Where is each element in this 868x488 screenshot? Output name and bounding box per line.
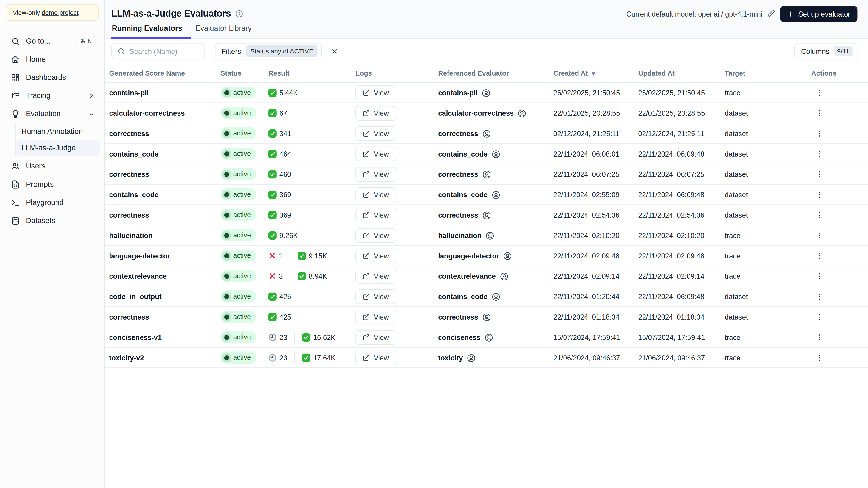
row-actions-menu-button[interactable]: [812, 249, 827, 262]
row-actions-menu-button[interactable]: [812, 351, 827, 364]
sidebar-item-human-annotation[interactable]: Human Annotation: [16, 124, 100, 139]
sidebar-item-tracing[interactable]: Tracing: [4, 87, 100, 105]
filters-button[interactable]: Filters Status any of ACTIVE: [215, 43, 322, 60]
table-row[interactable]: correctnessactive460Viewcorrectness22/11…: [105, 164, 868, 185]
status-dot-icon: [224, 131, 229, 136]
sidebar-item-llm-as-a-judge[interactable]: LLM-as-a-Judge: [16, 140, 100, 156]
view-logs-button[interactable]: View: [355, 146, 396, 161]
search-input[interactable]: [129, 47, 199, 55]
columns-button[interactable]: Columns 9/11: [794, 43, 858, 60]
table-row[interactable]: correctnessactive369Viewcorrectness22/11…: [105, 205, 868, 225]
row-actions-menu-button[interactable]: [812, 310, 827, 323]
demo-project-link[interactable]: demo project: [42, 9, 79, 16]
sidebar-item-home[interactable]: Home: [4, 50, 100, 68]
row-actions-menu-button[interactable]: [812, 188, 827, 201]
search-box: [112, 43, 205, 60]
table-row[interactable]: toxicity-v2active2317.64KViewtoxicity21/…: [105, 348, 868, 368]
table-row[interactable]: contextrelevanceactive38.94KViewcontextr…: [105, 266, 868, 287]
row-actions-menu-button[interactable]: [812, 229, 827, 241]
view-logs-button[interactable]: View: [355, 248, 396, 263]
table-row[interactable]: code_in_outputactive425Viewcontains_code…: [105, 287, 868, 307]
logs-cell: View: [351, 167, 434, 182]
referenced-evaluator[interactable]: correctness: [438, 170, 491, 178]
referenced-evaluator[interactable]: contains_code: [438, 150, 500, 158]
view-logs-button[interactable]: View: [355, 330, 396, 345]
table-row[interactable]: hallucinationactive9.26KViewhallucinatio…: [105, 225, 868, 246]
row-actions-menu-button[interactable]: [812, 290, 827, 303]
table-row[interactable]: contains-piiactive5.44KViewcontains-pii2…: [105, 83, 868, 103]
status-badge: active: [220, 107, 256, 119]
table-row[interactable]: language-detectoractive19.15KViewlanguag…: [105, 246, 868, 266]
referenced-evaluator[interactable]: calculator-correctness: [438, 109, 527, 118]
sidebar-item-playground[interactable]: Playground: [4, 193, 100, 212]
sidebar-item-users[interactable]: Users: [4, 157, 100, 175]
row-actions-menu-button[interactable]: [812, 106, 827, 119]
tab-running-evaluators[interactable]: Running Evaluators: [112, 23, 191, 39]
datasets-icon: [11, 216, 20, 225]
chevron-down-icon: [88, 110, 95, 118]
sidebar-item-dashboards[interactable]: Dashboards: [4, 68, 100, 87]
sidebar-item-evaluation[interactable]: Evaluation: [4, 105, 100, 123]
view-logs-button[interactable]: View: [355, 268, 396, 284]
success-check-icon: [298, 252, 306, 260]
referenced-evaluator-name: correctness: [438, 129, 478, 138]
sidebar-item-prompts[interactable]: Prompts: [4, 175, 100, 193]
table-row[interactable]: conciseness-v1active2316.62KViewconcisen…: [105, 327, 868, 348]
referenced-evaluator[interactable]: contains-pii: [438, 88, 491, 97]
referenced-evaluator[interactable]: correctness: [438, 129, 491, 138]
row-actions-menu-button[interactable]: [812, 168, 827, 181]
referenced-evaluator[interactable]: conciseness: [438, 333, 493, 342]
referenced-evaluator[interactable]: language-detector: [438, 252, 512, 260]
view-logs-button[interactable]: View: [355, 187, 396, 202]
referenced-evaluator[interactable]: toxicity: [438, 354, 475, 362]
view-logs-button[interactable]: View: [355, 106, 396, 121]
table-row[interactable]: correctnessactive425Viewcorrectness22/11…: [105, 307, 868, 327]
referenced-evaluator[interactable]: contains_code: [438, 292, 500, 301]
view-logs-button[interactable]: View: [355, 350, 396, 365]
result-success: 464: [269, 150, 291, 158]
target: dataset: [720, 129, 807, 137]
referenced-evaluator-name: language-detector: [438, 252, 499, 260]
view-logs-button[interactable]: View: [355, 289, 396, 304]
row-actions-menu-button[interactable]: [812, 331, 827, 344]
sidebar-item-go-to[interactable]: Go to...⌘ K: [4, 32, 100, 50]
referenced-evaluator[interactable]: hallucination: [438, 231, 494, 240]
status-dot-icon: [224, 212, 229, 217]
view-logs-label: View: [374, 252, 389, 260]
score-name: contains_code: [105, 150, 216, 158]
table-row[interactable]: contains_codeactive464Viewcontains_code2…: [105, 144, 868, 164]
clear-filters-button[interactable]: [329, 45, 341, 57]
referenced-evaluator[interactable]: correctness: [438, 211, 491, 220]
status-cell: active: [216, 311, 264, 323]
status-dot-icon: [224, 355, 229, 360]
tab-evaluator-library[interactable]: Evaluator Library: [195, 23, 260, 38]
referenced-evaluator[interactable]: correctness: [438, 313, 491, 321]
row-actions-menu-button[interactable]: [812, 208, 827, 221]
referenced-evaluator[interactable]: contextrelevance: [438, 272, 508, 281]
row-actions-menu-button[interactable]: [812, 86, 827, 99]
referenced-evaluator[interactable]: contains_code: [438, 190, 500, 199]
target: dataset: [720, 190, 807, 199]
info-icon[interactable]: [236, 10, 243, 18]
view-logs-button[interactable]: View: [355, 228, 396, 242]
set-up-evaluator-button[interactable]: Set up evaluator: [780, 6, 858, 22]
external-link-icon: [363, 232, 370, 239]
view-logs-button[interactable]: View: [355, 167, 396, 182]
status-label: active: [233, 89, 251, 96]
view-logs-button[interactable]: View: [355, 207, 396, 222]
column-header-created-at[interactable]: Created At▼: [549, 69, 634, 77]
view-logs-button[interactable]: View: [355, 126, 396, 141]
row-actions-menu-button[interactable]: [812, 127, 827, 139]
edit-model-icon[interactable]: [768, 10, 775, 18]
sidebar-item-datasets[interactable]: Datasets: [4, 212, 100, 230]
table-row[interactable]: correctnessactive341Viewcorrectness02/12…: [105, 124, 868, 144]
table-row[interactable]: calculator-correctnessactive67Viewcalcul…: [105, 103, 868, 124]
row-actions-menu-button[interactable]: [812, 148, 827, 160]
view-logs-button[interactable]: View: [355, 85, 396, 100]
result-success: 369: [269, 211, 291, 219]
view-logs-button[interactable]: View: [355, 310, 396, 324]
referenced-evaluator-cell: calculator-correctness: [434, 108, 549, 118]
row-actions-menu-button[interactable]: [812, 270, 827, 282]
table-row[interactable]: contains_codeactive369Viewcontains_code2…: [105, 185, 868, 205]
result-pending: 23: [269, 333, 287, 341]
